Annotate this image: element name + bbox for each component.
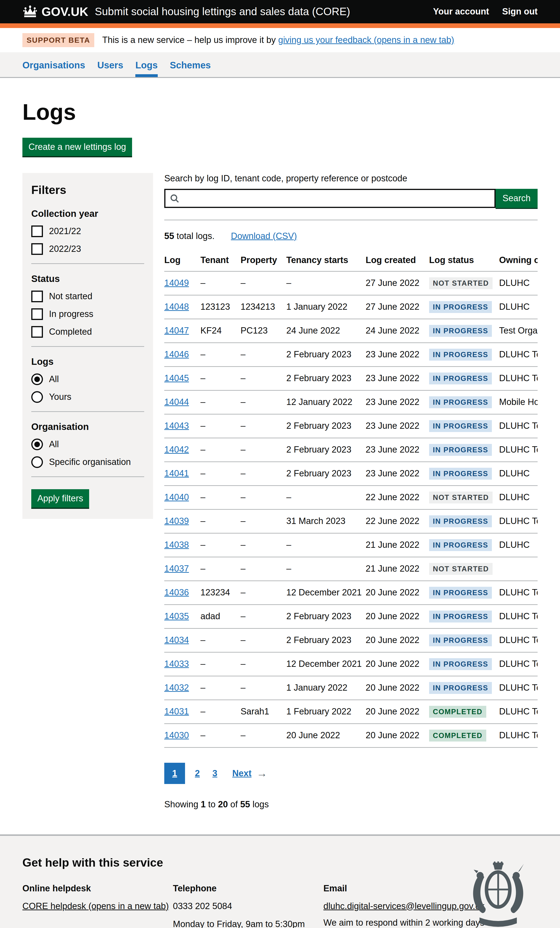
log-status-cell: IN PROGRESS xyxy=(429,366,499,390)
table-row: 14049–––27 June 2022NOT STARTEDDLUHC xyxy=(164,271,538,295)
log-id-link[interactable]: 14042 xyxy=(164,445,189,455)
results-section: Search by log ID, tenant code, property … xyxy=(164,173,538,810)
sign-out-link[interactable]: Sign out xyxy=(502,6,538,17)
radio-row-logs-all[interactable]: All xyxy=(31,374,144,385)
radio-logs-yours[interactable] xyxy=(31,391,43,403)
status-badge: COMPLETED xyxy=(429,706,486,718)
property-cell: PC123 xyxy=(241,319,286,343)
property-cell: – xyxy=(241,343,286,366)
section-divider xyxy=(164,220,538,220)
apply-filters-button[interactable]: Apply filters xyxy=(31,489,89,508)
tenancy-starts-cell: 2 February 2023 xyxy=(286,462,366,485)
radio-row-org-all[interactable]: All xyxy=(31,438,144,450)
log-id-link[interactable]: 14048 xyxy=(164,302,189,311)
radio-label: Yours xyxy=(49,391,72,403)
status-badge: IN PROGRESS xyxy=(429,420,492,432)
tenancy-starts-cell: – xyxy=(286,485,366,509)
property-cell: – xyxy=(241,509,286,533)
feedback-link[interactable]: giving us your feedback (opens in a new … xyxy=(278,35,454,45)
your-account-link[interactable]: Your account xyxy=(433,6,489,17)
email-link[interactable]: dluhc.digital-services@levellingup.gov.u… xyxy=(323,901,485,911)
core-helpdesk-link[interactable]: CORE helpdesk (opens in a new tab) xyxy=(22,901,169,911)
govuk-logo[interactable]: GOV.UK xyxy=(22,4,88,19)
nav-link-schemes[interactable]: Schemes xyxy=(170,59,211,77)
log-created-cell: 20 June 2022 xyxy=(366,652,429,676)
log-created-cell: 23 June 2022 xyxy=(366,462,429,485)
log-id-link[interactable]: 14030 xyxy=(164,730,189,740)
log-id-cell: 14037 xyxy=(164,557,200,581)
property-cell: – xyxy=(241,652,286,676)
log-id-link[interactable]: 14046 xyxy=(164,350,189,359)
checkbox-completed[interactable] xyxy=(31,326,43,338)
log-id-link[interactable]: 14043 xyxy=(164,421,189,430)
pagination-page-3[interactable]: 3 xyxy=(209,763,220,784)
service-name-link[interactable]: Submit social housing lettings and sales… xyxy=(95,5,350,18)
radio-org-specific[interactable] xyxy=(31,456,43,468)
tenant-cell: 123234 xyxy=(200,581,241,604)
log-id-link[interactable]: 14041 xyxy=(164,469,189,478)
nav-item-organisations[interactable]: Organisations xyxy=(16,52,91,77)
log-id-link[interactable]: 14031 xyxy=(164,707,189,716)
log-created-cell: 23 June 2022 xyxy=(366,390,429,414)
log-id-link[interactable]: 14035 xyxy=(164,611,189,621)
nav-link-logs[interactable]: Logs xyxy=(135,59,158,77)
table-row: 14034––2 February 202320 June 2022IN PRO… xyxy=(164,628,538,652)
checkbox-2021-22[interactable] xyxy=(31,226,43,237)
nav-item-schemes[interactable]: Schemes xyxy=(164,52,217,77)
tenant-cell: adad xyxy=(200,604,241,628)
nav-link-users[interactable]: Users xyxy=(97,59,123,77)
log-id-link[interactable]: 14037 xyxy=(164,564,189,574)
checkbox-row-2022-23[interactable]: 2022/23 xyxy=(31,243,144,255)
tenancy-starts-cell: 2 February 2023 xyxy=(286,438,366,462)
checkbox-not-started[interactable] xyxy=(31,291,43,302)
log-id-link[interactable]: 14034 xyxy=(164,635,189,645)
create-lettings-log-button[interactable]: Create a new lettings log xyxy=(22,138,132,156)
pagination-page-2[interactable]: 2 xyxy=(192,763,203,784)
log-id-link[interactable]: 14049 xyxy=(164,278,189,288)
primary-navigation: Organisations Users Logs Schemes xyxy=(0,52,560,78)
radio-org-all[interactable] xyxy=(31,438,43,450)
checkbox-row-in-progress[interactable]: In progress xyxy=(31,308,144,320)
log-id-link[interactable]: 14032 xyxy=(164,683,189,693)
search-input[interactable] xyxy=(164,189,496,208)
checkbox-row-2021-22[interactable]: 2021/22 xyxy=(31,226,144,237)
tenant-cell: – xyxy=(200,509,241,533)
log-id-link[interactable]: 14047 xyxy=(164,326,189,336)
checkbox-in-progress[interactable] xyxy=(31,308,43,320)
checkbox-row-not-started[interactable]: Not started xyxy=(31,291,144,302)
nav-item-logs[interactable]: Logs xyxy=(129,52,164,77)
crown-icon xyxy=(22,5,38,18)
pagination-next-link[interactable]: Next xyxy=(232,768,251,779)
radio-row-org-specific[interactable]: Specific organisation xyxy=(31,456,144,468)
log-id-link[interactable]: 14044 xyxy=(164,397,189,407)
checkbox-row-completed[interactable]: Completed xyxy=(31,326,144,338)
download-csv-link[interactable]: Download (CSV) xyxy=(231,230,297,242)
status-badge: IN PROGRESS xyxy=(429,611,492,623)
property-cell: – xyxy=(241,366,286,390)
log-id-link[interactable]: 14033 xyxy=(164,659,189,669)
log-created-cell: 20 June 2022 xyxy=(366,723,429,747)
table-row: 14044––12 January 202223 June 2022IN PRO… xyxy=(164,390,538,414)
status-badge: NOT STARTED xyxy=(429,563,493,575)
log-created-cell: 27 June 2022 xyxy=(366,271,429,295)
log-status-cell: IN PROGRESS xyxy=(429,581,499,604)
filter-group-label: Organisation xyxy=(31,421,144,432)
log-id-link[interactable]: 14045 xyxy=(164,373,189,383)
log-id-link[interactable]: 14039 xyxy=(164,516,189,526)
search-button[interactable]: Search xyxy=(496,189,538,208)
log-id-link[interactable]: 14036 xyxy=(164,588,189,597)
nav-item-users[interactable]: Users xyxy=(91,52,129,77)
filters-panel: Filters Collection year 2021/22 2022/23 … xyxy=(22,173,153,519)
log-id-link[interactable]: 14038 xyxy=(164,540,189,549)
checkbox-2022-23[interactable] xyxy=(31,243,43,255)
radio-row-logs-yours[interactable]: Yours xyxy=(31,391,144,403)
log-id-link[interactable]: 14040 xyxy=(164,492,189,502)
nav-link-organisations[interactable]: Organisations xyxy=(22,59,85,77)
tenant-cell: – xyxy=(200,628,241,652)
status-badge: COMPLETED xyxy=(429,730,486,742)
radio-logs-all[interactable] xyxy=(31,374,43,385)
log-created-cell: 23 June 2022 xyxy=(366,366,429,390)
pagination-current-page[interactable]: 1 xyxy=(164,763,185,784)
property-cell: – xyxy=(241,533,286,557)
telephone-hours: Monday to Friday, 9am to 5:30pm xyxy=(173,919,323,928)
